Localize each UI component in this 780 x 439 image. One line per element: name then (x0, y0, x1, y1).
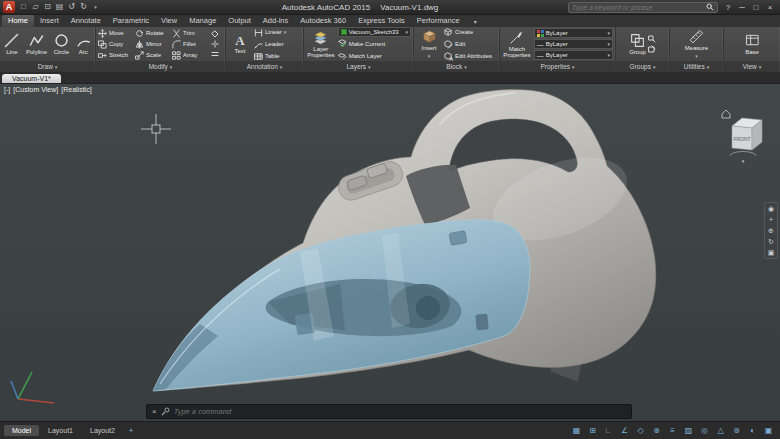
object-snap-icon[interactable]: ⊕ (649, 424, 664, 438)
edit-attributes-button[interactable]: Edit Attributes (444, 51, 492, 62)
ribbon-tab-performance[interactable]: Performance (411, 15, 466, 27)
search-icon[interactable] (706, 3, 714, 11)
grid-icon[interactable]: ▦ (569, 424, 584, 438)
lineweight-dropdown[interactable]: — ByLayer ▾ (534, 39, 613, 49)
orbit-icon[interactable]: ↻ (768, 236, 774, 247)
annotation-scale-icon[interactable]: △ (713, 424, 728, 438)
ribbon-tab-parametric[interactable]: Parametric (107, 15, 155, 27)
view-name-control[interactable]: [Custom View] (13, 86, 58, 93)
clean-screen-icon[interactable]: ▣ (761, 424, 776, 438)
tool-mirror[interactable]: Mirror (135, 39, 172, 50)
linetype-dropdown[interactable]: — ByLayer ▾ (534, 50, 613, 60)
steering-wheel-icon[interactable]: ◉ (768, 203, 774, 214)
tool-rotate[interactable]: Rotate (135, 28, 172, 39)
tool-linear-dimension[interactable]: Linear ▾ (254, 27, 286, 38)
tool-line[interactable]: Line (4, 33, 19, 56)
command-input[interactable] (174, 407, 626, 416)
ribbon-tab-insert[interactable]: Insert (34, 15, 65, 27)
panel-label-block[interactable]: Block▾ (414, 61, 499, 72)
command-close-icon[interactable]: × (152, 407, 157, 416)
polar-tracking-icon[interactable]: ∠ (617, 424, 632, 438)
new-icon[interactable]: □ (18, 1, 29, 13)
model-tab[interactable]: Model (4, 425, 39, 436)
tool-arc[interactable]: Arc (76, 33, 91, 56)
tool-scale[interactable]: Scale (135, 50, 172, 61)
command-customize-icon[interactable] (161, 407, 170, 416)
ribbon-tab-output[interactable]: Output (222, 15, 257, 27)
lineweight-display-icon[interactable]: ≡ (665, 424, 680, 438)
layer-dropdown[interactable]: Vacuum_Sketch33 ▾ (338, 27, 411, 37)
qat-dropdown-icon[interactable]: ▾ (90, 1, 101, 13)
transparency-icon[interactable]: ▨ (681, 424, 696, 438)
explode-icon[interactable] (211, 40, 219, 48)
offset-icon[interactable] (211, 50, 219, 58)
ortho-icon[interactable]: ∟ (601, 424, 616, 438)
autocad-logo-icon[interactable]: A (3, 1, 15, 13)
panel-label-view[interactable]: View▾ (724, 61, 780, 72)
tool-copy[interactable]: Copy (98, 39, 135, 50)
insert-block-button[interactable]: Insert ▾ (416, 29, 442, 59)
panel-label-groups[interactable]: Groups▾ (616, 61, 669, 72)
tool-trim[interactable]: Trim (172, 28, 209, 39)
viewcube[interactable]: FRONT ▾ (718, 106, 768, 164)
object-color-dropdown[interactable]: ByLayer ▾ (534, 28, 613, 38)
measure-button[interactable]: Measure ▾ (685, 29, 708, 59)
base-view-button[interactable]: Base (745, 33, 760, 56)
dynamic-ucs-icon[interactable]: ◎ (697, 424, 712, 438)
tool-leader[interactable]: Leader (254, 39, 286, 50)
tool-array[interactable]: Array (172, 50, 209, 61)
ribbon-tab-add-ins[interactable]: Add-ins (257, 15, 294, 27)
help-icon[interactable]: ? (721, 1, 735, 14)
ribbon-tab-autodesk-360[interactable]: Autodesk 360 (294, 15, 352, 27)
snap-icon[interactable]: ⊞ (585, 424, 600, 438)
match-properties-button[interactable]: Match Properties (502, 30, 532, 59)
redo-icon[interactable]: ↻ (78, 1, 89, 13)
panel-label-draw[interactable]: Draw▾ (0, 61, 95, 72)
panel-label-annotation[interactable]: Annotation▾ (226, 61, 303, 72)
panel-label-properties[interactable]: Properties▾ (500, 61, 615, 72)
plot-icon[interactable]: ▤ (54, 1, 65, 13)
new-layout-button[interactable]: + (124, 425, 138, 436)
workspace-icon[interactable]: ⊛ (729, 424, 744, 438)
close-button[interactable]: × (763, 1, 777, 14)
create-block-button[interactable]: Create (444, 27, 492, 38)
match-layer-button[interactable]: Match Layer (338, 50, 411, 61)
ungroup-icon[interactable] (648, 35, 656, 43)
tool-circle[interactable]: Circle (54, 33, 69, 56)
isodraft-icon[interactable]: ◇ (633, 424, 648, 438)
ribbon-tab-view[interactable]: View (155, 15, 183, 27)
tool-table[interactable]: Table (254, 51, 286, 62)
minimize-button[interactable]: ─ (735, 1, 749, 14)
ribbon-tab-home[interactable]: Home (2, 15, 34, 27)
ribbon-tab-annotate[interactable]: Annotate (65, 15, 107, 27)
maximize-button[interactable]: □ (749, 1, 763, 14)
visual-style-control[interactable]: [Realistic] (61, 86, 91, 93)
ribbon-tab-express-tools[interactable]: Express Tools (352, 15, 411, 27)
tool-polyline[interactable]: Polyline (26, 33, 47, 56)
edit-block-button[interactable]: Edit (444, 39, 492, 50)
group-button[interactable]: Group (629, 33, 646, 56)
layer-properties-button[interactable]: Layer Properties (306, 30, 336, 59)
group-edit-icon[interactable] (648, 45, 656, 53)
isolate-objects-icon[interactable]: ◐ (745, 424, 760, 438)
ribbon-tab-manage[interactable]: Manage (183, 15, 222, 27)
pan-icon[interactable]: + (769, 214, 773, 225)
open-icon[interactable]: ▱ (30, 1, 41, 13)
tool-move[interactable]: Move (98, 28, 135, 39)
panel-label-modify[interactable]: Modify▾ (96, 61, 225, 72)
tool-text[interactable]: A Text (228, 34, 252, 55)
drawing-viewport[interactable]: [-] [Custom View] [Realistic] (0, 84, 780, 421)
zoom-icon[interactable]: ⊕ (768, 225, 774, 236)
showmotion-icon[interactable]: ▣ (768, 247, 775, 258)
command-line[interactable]: × (146, 404, 632, 419)
search-input[interactable] (572, 4, 704, 11)
make-current-button[interactable]: Make Current (338, 38, 411, 49)
undo-icon[interactable]: ↺ (66, 1, 77, 13)
panel-label-layers[interactable]: Layers▾ (304, 61, 413, 72)
file-tab-vacuum-v1[interactable]: Vacuum-V1* (2, 74, 61, 83)
save-icon[interactable]: ⊡ (42, 1, 53, 13)
layout1-tab[interactable]: Layout1 (40, 425, 81, 436)
panel-label-utilities[interactable]: Utilities▾ (670, 61, 723, 72)
erase-icon[interactable] (211, 30, 219, 38)
tool-stretch[interactable]: Stretch (98, 50, 135, 61)
